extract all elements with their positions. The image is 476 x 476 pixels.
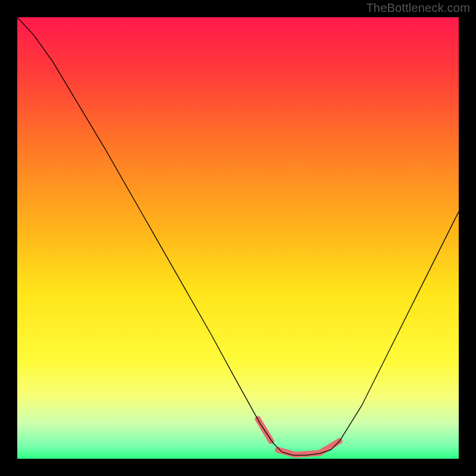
- chart-svg: [17, 17, 459, 459]
- watermark-text: TheBottleneck.com: [366, 1, 470, 15]
- gradient-background: [17, 17, 459, 459]
- plot-area: [17, 17, 459, 459]
- chart-frame: TheBottleneck.com: [0, 0, 476, 476]
